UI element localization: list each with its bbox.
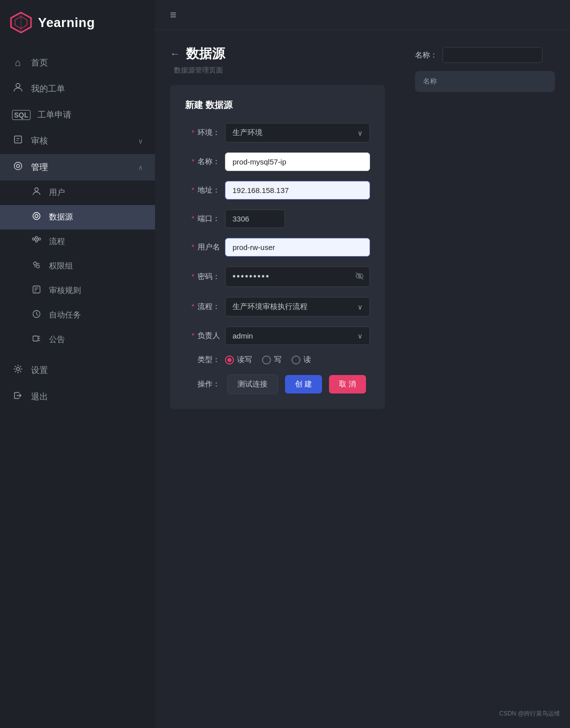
sidebar-subitem-auto-task[interactable]: 自动任务 <box>0 303 155 328</box>
watermark: CSDN @跨行菜鸟运维 <box>499 710 560 718</box>
port-label: * 端口： <box>185 214 220 224</box>
radio-w-circle <box>262 356 271 364</box>
sidebar-item-logout[interactable]: 退出 <box>0 384 155 410</box>
sidebar: Yearning ⌂ 首页 我的工单 SQL 工单申请 审核 ∨ <box>0 0 155 728</box>
name-label: * 名称： <box>185 157 220 166</box>
svg-rect-15 <box>38 238 40 240</box>
settings-icon <box>12 364 24 376</box>
sidebar-item-manage[interactable]: 管理 ∧ <box>0 154 155 180</box>
password-wrapper <box>225 266 370 287</box>
svg-rect-13 <box>36 236 38 238</box>
radio-r-label: 读 <box>304 355 311 364</box>
radio-rw[interactable]: 读写 <box>225 355 252 364</box>
flow-field-row: * 流程： 生产环境审核执行流程 ∨ <box>185 297 370 316</box>
workflow-icon <box>31 236 42 248</box>
svg-line-16 <box>34 238 36 239</box>
type-label: 类型： <box>185 355 220 364</box>
sidebar-item-apply[interactable]: SQL 工单申请 <box>0 102 155 128</box>
manage-icon <box>12 161 24 174</box>
permission-icon <box>31 260 42 272</box>
svg-point-11 <box>33 212 40 220</box>
sidebar-subitem-datasource[interactable]: 数据源 <box>0 205 155 230</box>
page-title: 数据源 <box>186 45 225 62</box>
new-datasource-form: 新建 数据源 * 环境： 生产环境 ∨ * 名称： <box>170 85 385 409</box>
home-icon: ⌂ <box>12 57 24 68</box>
radio-rw-circle <box>225 356 234 364</box>
eye-icon[interactable] <box>355 272 364 282</box>
owner-field-row: * 负责人 admin ∨ <box>185 326 370 345</box>
name-field-row: * 名称： <box>185 152 370 171</box>
sidebar-subitem-users[interactable]: 用户 <box>0 180 155 205</box>
sidebar-subitem-workflow[interactable]: 流程 <box>0 230 155 254</box>
addr-label: * 地址： <box>185 186 220 195</box>
sidebar-item-review[interactable]: 审核 ∨ <box>0 128 155 154</box>
sidebar-subitem-permission[interactable]: 权限组 <box>0 254 155 278</box>
radio-w[interactable]: 写 <box>262 355 282 364</box>
svg-point-10 <box>35 214 38 218</box>
sidebar-subitem-announce[interactable]: 公告 <box>0 328 155 352</box>
name-input[interactable] <box>225 152 370 171</box>
flow-chevron-icon: ∨ <box>358 303 362 311</box>
form-section: ← 数据源 数据源管理页面 新建 数据源 * 环境： 生产环境 ∨ <box>170 45 400 409</box>
owner-select[interactable]: admin ∨ <box>225 326 370 345</box>
username-field-row: * 用户名 <box>185 238 370 256</box>
svg-line-32 <box>38 336 40 337</box>
table-col-name: 名称 <box>423 77 547 86</box>
password-input[interactable] <box>225 266 370 287</box>
filter-label: 名称： <box>415 50 438 60</box>
sidebar-item-settings[interactable]: 设置 <box>0 357 155 384</box>
radio-r[interactable]: 读 <box>292 355 311 364</box>
sidebar-item-home[interactable]: ⌂ 首页 <box>0 50 155 76</box>
flow-label: * 流程： <box>185 302 220 312</box>
addr-input[interactable] <box>225 181 370 200</box>
test-connection-button[interactable]: 测试连接 <box>227 374 278 394</box>
sidebar-navigation: ⌂ 首页 我的工单 SQL 工单申请 审核 ∨ 管理 ∧ <box>0 45 155 728</box>
svg-line-18 <box>38 238 38 239</box>
sidebar-subitem-audit-rules[interactable]: 审核规则 <box>0 278 155 303</box>
logout-icon <box>12 390 24 403</box>
page-subtitle: 数据源管理页面 <box>174 66 223 74</box>
back-button[interactable]: ← <box>170 48 180 60</box>
env-field-row: * 环境： 生产环境 ∨ <box>185 123 370 142</box>
port-input[interactable] <box>225 210 285 228</box>
page-header: ← 数据源 数据源管理页面 <box>170 45 400 75</box>
datasource-table: 名称 <box>415 71 555 92</box>
announce-icon <box>31 334 42 346</box>
review-chevron: ∨ <box>138 137 143 145</box>
action-row: 操作： 测试连接 创 建 取 消 <box>185 374 370 394</box>
sql-icon: SQL <box>12 110 30 120</box>
sidebar-item-my-orders[interactable]: 我的工单 <box>0 76 155 102</box>
create-button[interactable]: 创 建 <box>285 375 322 394</box>
owner-chevron-icon: ∨ <box>358 332 362 340</box>
env-label: * 环境： <box>185 128 220 138</box>
radio-w-label: 写 <box>274 355 282 364</box>
env-select[interactable]: 生产环境 ∨ <box>225 123 370 142</box>
svg-rect-12 <box>32 238 34 240</box>
username-input[interactable] <box>225 238 370 256</box>
datasource-icon <box>31 212 42 223</box>
form-title: 新建 数据源 <box>185 99 370 111</box>
subuser-icon <box>31 187 42 198</box>
logo-icon <box>10 12 32 34</box>
menu-toggle-icon[interactable]: ≡ <box>170 8 176 22</box>
app-name: Yearning <box>38 15 95 30</box>
review-icon <box>12 134 24 147</box>
owner-label: * 负责人 <box>185 331 220 340</box>
filter-input[interactable] <box>442 47 542 63</box>
password-field-row: * 密码： <box>185 266 370 287</box>
port-field-row: * 端口： <box>185 210 370 228</box>
logo-area: Yearning <box>0 0 155 45</box>
username-label: * 用户名 <box>185 242 220 252</box>
svg-point-21 <box>36 265 40 268</box>
svg-point-7 <box>16 164 20 168</box>
cancel-button[interactable]: 取 消 <box>329 375 366 394</box>
pwd-label: * 密码： <box>185 272 220 282</box>
flow-select[interactable]: 生产环境审核执行流程 ∨ <box>225 297 370 316</box>
svg-line-30 <box>36 314 38 316</box>
env-chevron-icon: ∨ <box>358 129 362 137</box>
manage-chevron: ∧ <box>138 164 143 172</box>
auto-task-icon <box>31 310 42 321</box>
type-radio-group: 读写 写 读 <box>225 355 311 364</box>
filter-row: 名称： <box>415 47 555 63</box>
svg-point-8 <box>14 162 22 170</box>
